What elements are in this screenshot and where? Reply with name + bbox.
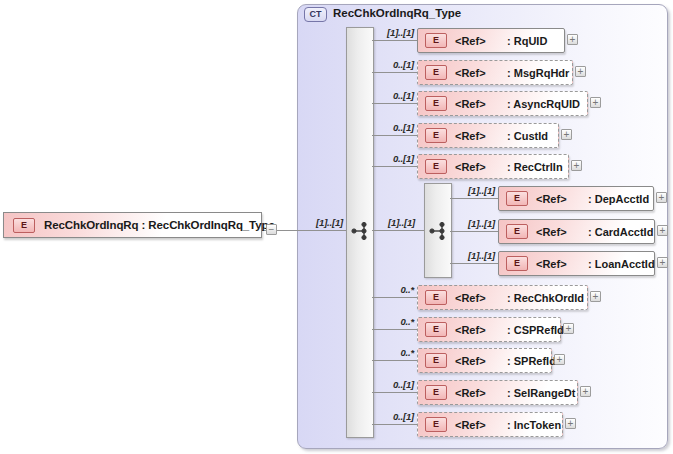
element-ref-box[interactable]: E <Ref> : LoanAcctId	[498, 251, 655, 276]
element-ref-label: <Ref>	[536, 226, 588, 238]
element-ref-box[interactable]: E <Ref> : DepAcctId	[498, 186, 654, 211]
element-name: : IncToken	[507, 419, 561, 431]
schema-diagram: { "header": { "badge": "CT", "title": "R…	[0, 0, 673, 454]
occurrence-label: [1]..[1]	[433, 250, 495, 262]
root-element-label: RecChkOrdInqRq : RecChkOrdInqRq_Type	[44, 219, 275, 231]
expand-toggle[interactable]: +	[561, 129, 572, 140]
expand-toggle[interactable]: +	[565, 418, 576, 429]
expand-toggle[interactable]: +	[590, 97, 601, 108]
expand-toggle[interactable]: +	[567, 34, 578, 45]
expand-toggle[interactable]: +	[554, 354, 565, 365]
connector-line	[372, 40, 417, 41]
element-e-icon: E	[506, 191, 528, 206]
connector-line	[372, 72, 417, 73]
occurrence-label: 0..*	[352, 284, 414, 296]
element-name: : LoanAcctId	[588, 258, 655, 270]
connector-line	[450, 198, 498, 199]
element-e-icon: E	[425, 128, 447, 143]
occurrence-label: 0..[1]	[352, 411, 414, 423]
root-occurrence-label: [1]..[1]	[281, 217, 343, 229]
element-e-icon: E	[425, 353, 447, 368]
element-ref-box[interactable]: E <Ref> : RecCtrlIn	[417, 154, 569, 179]
occurrence-label: 0..*	[352, 316, 414, 328]
expand-toggle[interactable]: +	[590, 291, 601, 302]
expand-toggle[interactable]: +	[657, 225, 668, 236]
expand-toggle[interactable]: +	[657, 257, 668, 268]
element-ref-label: <Ref>	[455, 387, 507, 399]
element-ref-box[interactable]: E <Ref> : CSPRefId	[417, 317, 561, 342]
accounts-group-connector-line	[372, 230, 424, 231]
element-e-icon: E	[425, 322, 447, 337]
element-e-icon: E	[13, 218, 35, 233]
element-ref-label: <Ref>	[455, 419, 507, 431]
element-ref-label: <Ref>	[455, 161, 507, 173]
element-ref-box[interactable]: E <Ref> : MsgRqHdr	[417, 60, 573, 85]
expand-toggle[interactable]: +	[580, 386, 591, 397]
occurrence-label: 0..[1]	[352, 153, 414, 165]
expand-toggle[interactable]: +	[563, 323, 574, 334]
element-name: : SPRefId	[507, 355, 556, 367]
element-ref-box[interactable]: E <Ref> : IncToken	[417, 412, 563, 437]
element-e-icon: E	[425, 65, 447, 80]
occurrence-label: 0..*	[352, 347, 414, 359]
element-ref-box[interactable]: E <Ref> : SelRangeDt	[417, 380, 578, 405]
connector-line	[450, 263, 498, 264]
connector-line	[372, 424, 417, 425]
element-e-icon: E	[425, 417, 447, 432]
occurrence-label: [1]..[1]	[352, 27, 414, 39]
occurrence-label: 0..[1]	[352, 90, 414, 102]
connector-line	[372, 360, 417, 361]
element-name: : RqUID	[507, 35, 547, 47]
element-name: : CustId	[507, 130, 548, 142]
root-element-box[interactable]: E RecChkOrdInqRq : RecChkOrdInqRq_Type	[3, 212, 262, 238]
element-ref-label: <Ref>	[455, 355, 507, 367]
collapse-toggle[interactable]: −	[266, 224, 277, 235]
occurrence-label: [1]..[1]	[433, 185, 495, 197]
accounts-group-occurrence-label: [1]..[1]	[353, 217, 415, 229]
occurrence-label: 0..[1]	[352, 379, 414, 391]
connector-line	[450, 231, 498, 232]
element-name: : SelRangeDt	[507, 387, 575, 399]
connector-line	[372, 135, 417, 136]
occurrence-label: [1]..[1]	[433, 218, 495, 230]
element-ref-box[interactable]: E <Ref> : CustId	[417, 123, 559, 148]
connector-line	[372, 103, 417, 104]
element-e-icon: E	[425, 385, 447, 400]
element-ref-label: <Ref>	[536, 193, 588, 205]
element-ref-box[interactable]: E <Ref> : RecChkOrdId	[417, 285, 588, 310]
element-e-icon: E	[506, 224, 528, 239]
element-ref-box[interactable]: E <Ref> : RqUID	[417, 28, 565, 53]
element-ref-box[interactable]: E <Ref> : SPRefId	[417, 348, 552, 373]
complex-type-title: RecChkOrdInqRq_Type	[333, 7, 461, 19]
element-ref-box[interactable]: E <Ref> : AsyncRqUID	[417, 91, 588, 116]
element-name: : DepAcctId	[588, 193, 649, 205]
element-e-icon: E	[506, 256, 528, 271]
element-name: : RecChkOrdId	[507, 292, 584, 304]
connector-line	[372, 329, 417, 330]
element-ref-label: <Ref>	[455, 130, 507, 142]
element-ref-label: <Ref>	[455, 98, 507, 110]
occurrence-label: 0..[1]	[352, 122, 414, 134]
element-ref-label: <Ref>	[536, 258, 588, 270]
connector-line	[372, 166, 417, 167]
element-e-icon: E	[425, 96, 447, 111]
element-e-icon: E	[425, 33, 447, 48]
element-name: : MsgRqHdr	[507, 67, 569, 79]
expand-toggle[interactable]: +	[656, 192, 667, 203]
element-name: : AsyncRqUID	[507, 98, 580, 110]
element-ref-label: <Ref>	[455, 67, 507, 79]
connector-line	[372, 297, 417, 298]
connector-line	[372, 392, 417, 393]
element-name: : CardAcctId	[588, 226, 653, 238]
element-ref-label: <Ref>	[455, 324, 507, 336]
element-name: : RecCtrlIn	[507, 161, 563, 173]
expand-toggle[interactable]: +	[571, 160, 582, 171]
element-ref-box[interactable]: E <Ref> : CardAcctId	[498, 219, 655, 244]
occurrence-label: 0..[1]	[352, 59, 414, 71]
expand-toggle[interactable]: +	[575, 66, 586, 77]
element-e-icon: E	[425, 290, 447, 305]
complex-type-badge: CT	[304, 7, 327, 22]
element-ref-label: <Ref>	[455, 35, 507, 47]
element-name: : CSPRefId	[507, 324, 564, 336]
element-e-icon: E	[425, 159, 447, 174]
